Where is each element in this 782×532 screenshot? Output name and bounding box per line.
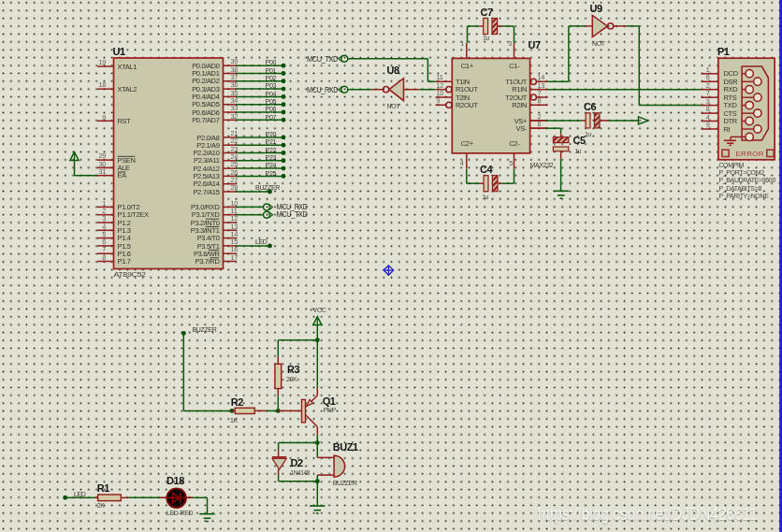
svg-text:XTAL2: XTAL2 — [118, 85, 138, 93]
svg-text:R2OUT: R2OUT — [456, 101, 478, 109]
svg-text:R2: R2 — [231, 396, 244, 408]
svg-text:LED: LED — [74, 491, 86, 497]
svg-text:28: 28 — [231, 183, 239, 192]
svg-text:P06: P06 — [266, 106, 277, 112]
svg-text:P25: P25 — [266, 170, 277, 177]
svg-text:P23: P23 — [266, 154, 277, 161]
svg-text:P20: P20 — [266, 131, 277, 137]
svg-text:P00: P00 — [266, 59, 277, 65]
svg-text:18: 18 — [98, 80, 106, 89]
svg-text:1: 1 — [460, 39, 464, 48]
svg-text:BUZZER: BUZZER — [333, 480, 357, 486]
svg-text:2K: 2K — [97, 502, 106, 509]
svg-text:C5: C5 — [573, 135, 586, 146]
svg-text:9: 9 — [437, 96, 441, 105]
svg-text:P_PARITY=NONE: P_PARITY=NONE — [718, 193, 769, 200]
svg-text:NOT: NOT — [387, 103, 401, 109]
svg-text:19: 19 — [98, 58, 106, 66]
svg-text:P21: P21 — [266, 138, 277, 145]
svg-text:P1.7: P1.7 — [118, 257, 131, 266]
svg-text:32: 32 — [231, 112, 239, 121]
svg-text:8: 8 — [538, 96, 542, 105]
svg-text:4: 4 — [460, 159, 464, 167]
svg-text:C2+: C2+ — [461, 139, 474, 148]
svg-text:P0.7/AD7: P0.7/AD7 — [192, 116, 219, 124]
svg-text:P01: P01 — [266, 67, 277, 74]
svg-text:C4: C4 — [480, 164, 494, 175]
svg-text:RST: RST — [118, 117, 132, 125]
svg-text:PNP: PNP — [324, 407, 337, 413]
svg-text:1u: 1u — [575, 148, 582, 154]
svg-text:P03: P03 — [266, 82, 277, 89]
svg-text:P_PORT=COM2: P_PORT=COM2 — [718, 169, 764, 177]
svg-text:D18: D18 — [167, 475, 184, 486]
svg-text:BUZZER: BUZZER — [193, 326, 217, 333]
svg-text:LED-RED: LED-RED — [167, 510, 194, 516]
svg-text:R3: R3 — [287, 364, 300, 375]
svg-text:1u: 1u — [483, 35, 489, 41]
svg-text:MAX232: MAX232 — [530, 162, 554, 168]
svg-text:P2.7/A15: P2.7/A15 — [193, 188, 219, 196]
svg-text:P3.7/RD: P3.7/RD — [196, 257, 221, 266]
svg-text:8: 8 — [102, 253, 106, 262]
svg-text:U1: U1 — [113, 46, 126, 57]
svg-text:1u: 1u — [483, 194, 489, 200]
svg-text:NOT: NOT — [592, 40, 606, 47]
svg-text:31: 31 — [98, 167, 106, 176]
svg-text:+VCC: +VCC — [310, 307, 326, 313]
svg-text:C2-: C2- — [509, 139, 520, 148]
svg-text:9: 9 — [102, 113, 106, 122]
svg-text:ERROR: ERROR — [735, 151, 764, 157]
svg-text:P07: P07 — [266, 114, 277, 121]
svg-text:Q1: Q1 — [323, 395, 336, 407]
svg-text:R1: R1 — [97, 482, 110, 494]
svg-text:MCU_RXD: MCU_RXD — [307, 85, 338, 94]
svg-text:9: 9 — [706, 121, 710, 129]
svg-text:R2IN: R2IN — [512, 101, 527, 109]
svg-text:MCU_TXD: MCU_TXD — [307, 54, 338, 64]
svg-text:P22: P22 — [266, 147, 277, 153]
svg-text:P24: P24 — [266, 162, 277, 168]
svg-text:P1: P1 — [717, 46, 730, 57]
svg-text:U9: U9 — [590, 3, 603, 14]
svg-text:P02: P02 — [266, 75, 277, 81]
svg-text:U7: U7 — [529, 39, 542, 50]
svg-text:BUZ1: BUZ1 — [333, 441, 358, 453]
svg-text:BUZZER: BUZZER — [255, 184, 280, 191]
svg-text:LED: LED — [255, 238, 268, 245]
svg-text:P04: P04 — [266, 91, 277, 97]
svg-text:1N4148: 1N4148 — [290, 469, 310, 476]
svg-text:U8: U8 — [387, 65, 400, 76]
svg-text:5: 5 — [509, 159, 513, 167]
svg-text:C7: C7 — [481, 7, 494, 18]
svg-text:C1-: C1- — [509, 62, 520, 70]
svg-text:VS-: VS- — [516, 124, 528, 133]
svg-text:3: 3 — [508, 39, 512, 48]
svg-text:1K: 1K — [230, 417, 239, 424]
svg-text:COMPIM: COMPIM — [718, 162, 744, 168]
svg-text:1u: 1u — [585, 131, 591, 137]
svg-text:P_DATABITS=8: P_DATABITS=8 — [718, 185, 761, 193]
svg-text:AT89C52: AT89C52 — [114, 271, 147, 278]
svg-text:P_BAUDRATE=9600: P_BAUDRATE=9600 — [718, 177, 775, 184]
svg-text:RI: RI — [724, 125, 731, 134]
svg-text:P05: P05 — [266, 98, 277, 105]
svg-text:C6: C6 — [584, 101, 597, 112]
svg-text:EA: EA — [118, 171, 127, 180]
svg-text:MCU_TXD: MCU_TXD — [277, 209, 308, 219]
svg-text:XTAL1: XTAL1 — [118, 63, 138, 71]
svg-text:D2: D2 — [290, 457, 303, 468]
svg-text:17: 17 — [231, 253, 239, 262]
svg-text:C1+: C1+ — [461, 62, 474, 70]
svg-text:20K: 20K — [286, 376, 297, 382]
